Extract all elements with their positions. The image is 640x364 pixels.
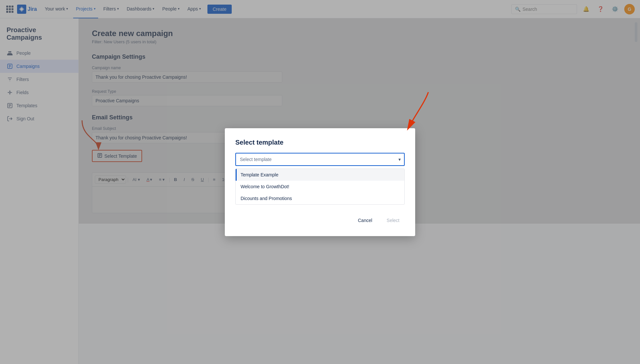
modal-footer: Cancel Select: [235, 215, 405, 226]
template-dropdown-list: Template Example Welcome to GrowthDot! D…: [235, 169, 405, 205]
template-select-dropdown[interactable]: Select template: [235, 153, 405, 166]
content-wrapper: Create new campaign Filter: New Users (5…: [79, 18, 640, 364]
template-item-0[interactable]: Template Example: [236, 169, 404, 181]
modal-title: Select template: [235, 139, 405, 146]
cancel-button[interactable]: Cancel: [352, 215, 377, 226]
select-template-modal: Select template Select template ▾ Templa…: [225, 128, 415, 236]
modal-overlay: Select template Select template ▾ Templa…: [79, 18, 640, 364]
template-item-1[interactable]: Welcome to GrowthDot!: [236, 181, 404, 192]
modal-select-wrapper: Select template ▾: [235, 153, 405, 166]
select-button[interactable]: Select: [381, 215, 405, 226]
main-layout: Proactive Campaigns People Campaigns Fil…: [0, 18, 640, 364]
template-item-2[interactable]: Dicounts and Promotions: [236, 192, 404, 204]
